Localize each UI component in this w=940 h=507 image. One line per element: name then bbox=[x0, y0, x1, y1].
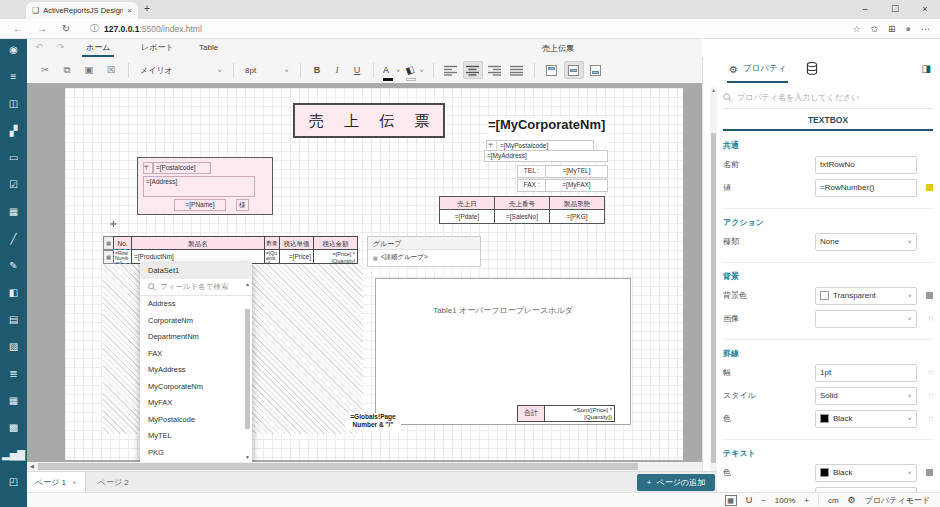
table-grid-tool-icon[interactable]: ▦ bbox=[5, 204, 22, 220]
align-left-button[interactable] bbox=[441, 61, 461, 79]
zoom-in-button[interactable]: + bbox=[804, 496, 809, 505]
action-type-select[interactable]: None∨ bbox=[815, 233, 917, 251]
field-item[interactable]: MyCorporateNm bbox=[140, 379, 252, 396]
tab-table[interactable]: Table bbox=[195, 39, 222, 57]
sales-value-cell[interactable]: =[Pdate] bbox=[439, 209, 495, 224]
chart-tool-icon[interactable]: ▂▅▇ bbox=[5, 447, 22, 463]
detail-header-cell[interactable]: 製品名 bbox=[131, 236, 265, 250]
align-justify-button[interactable] bbox=[507, 61, 527, 79]
page-tab-2[interactable]: ページ 2 bbox=[86, 472, 141, 492]
border-color-select[interactable]: Black∨ bbox=[815, 410, 917, 428]
field-item[interactable]: MyFAX bbox=[140, 395, 252, 412]
field-list-scrollbar[interactable]: ▲ ▼ bbox=[244, 281, 251, 460]
background-color-select[interactable]: Transparent∨ bbox=[815, 287, 917, 305]
border-style-select[interactable]: Solid∨ bbox=[815, 387, 917, 405]
total-value-cell[interactable]: =Sum([Price] * [Quantity]) bbox=[545, 405, 615, 422]
bandedlist-tool-icon[interactable]: ◧ bbox=[5, 285, 22, 301]
field-item[interactable]: Address bbox=[140, 296, 252, 313]
field-item[interactable]: FAX bbox=[140, 346, 252, 363]
paste-icon[interactable]: ▣ bbox=[79, 61, 99, 79]
textbox-tool-icon[interactable]: ▭ bbox=[5, 150, 22, 166]
field-item[interactable]: CorporateNm bbox=[140, 313, 252, 330]
gear-icon[interactable]: ⚙ bbox=[848, 495, 856, 505]
report-explorer-icon[interactable]: ◫ bbox=[5, 96, 22, 112]
checkbox-tool-icon[interactable]: ☑ bbox=[5, 177, 22, 193]
grid-toggle-icon[interactable]: ▦ bbox=[725, 495, 737, 506]
color-options-icon[interactable] bbox=[926, 469, 933, 476]
value-input[interactable]: =RowNumber() bbox=[815, 179, 917, 197]
amount-cell[interactable]: =[Price] * [Quantity] bbox=[313, 249, 358, 264]
sales-info-table[interactable]: 売上日 売上番号 製品形態 =[Pdate] =[SalesNo] =[PKG] bbox=[440, 196, 608, 224]
property-search-input[interactable]: プロパティ名を入力してください bbox=[723, 87, 933, 109]
total-row[interactable]: 合計 =Sum([Price] * [Quantity]) bbox=[517, 405, 615, 422]
expand-icon[interactable]: ∷ bbox=[917, 369, 933, 377]
browser-menu-icon[interactable]: ⋯ bbox=[921, 24, 930, 34]
canvas-hscrollbar[interactable]: ◀ ▶ bbox=[27, 462, 712, 471]
units-tool-icon[interactable]: U bbox=[746, 495, 753, 505]
tab-data[interactable] bbox=[806, 61, 818, 79]
line-tool-icon[interactable]: ╱ bbox=[5, 231, 22, 247]
postalcode-field[interactable]: =[Postalcode] bbox=[153, 162, 211, 174]
richtext-tool-icon[interactable]: ▤ bbox=[5, 312, 22, 328]
add-page-button[interactable]: + ページの追加 bbox=[637, 474, 715, 491]
forward-icon[interactable]: → bbox=[30, 23, 54, 34]
sales-value-cell[interactable]: =[SalesNo] bbox=[494, 209, 550, 224]
underline-button[interactable]: U bbox=[348, 61, 366, 79]
page-tab-1[interactable]: ページ 1 × bbox=[27, 472, 86, 492]
text-color-select[interactable]: Black∨ bbox=[815, 464, 917, 482]
expand-icon[interactable]: ∷ bbox=[917, 315, 933, 323]
border-width-input[interactable]: 1pt bbox=[815, 364, 917, 382]
detail-group-item[interactable]: ▦ <詳細グループ> bbox=[368, 250, 480, 265]
layers-icon[interactable]: ◰ bbox=[5, 474, 22, 490]
property-mode-label[interactable]: プロパティモード bbox=[865, 495, 930, 506]
rowno-cell-selected[interactable]: =RowNumber() bbox=[113, 249, 132, 264]
zoom-level[interactable]: 100% bbox=[775, 496, 795, 505]
copy-icon[interactable]: ⧉ bbox=[57, 61, 77, 79]
collapse-panel-icon[interactable]: ◨ bbox=[922, 63, 931, 74]
detail-header-cell[interactable]: 税込金額 bbox=[313, 236, 358, 250]
detail-table[interactable]: ▦ No. 製品名 数量 税込単価 税込金額 ▦ =RowNumber() =[… bbox=[103, 236, 358, 264]
align-right-button[interactable] bbox=[485, 61, 505, 79]
expression-button[interactable] bbox=[926, 184, 933, 191]
page-number-textbox[interactable]: =Globals!Page Number & "/" bbox=[345, 413, 401, 431]
delete-icon[interactable]: ☒ bbox=[101, 61, 121, 79]
image-tool-icon[interactable]: ▨ bbox=[5, 339, 22, 355]
expand-icon[interactable]: ∷ bbox=[917, 415, 933, 423]
collections-icon[interactable]: ⊞ bbox=[888, 24, 896, 34]
price-cell[interactable]: =[Price] bbox=[279, 249, 314, 264]
favorite-icon[interactable]: ☆ bbox=[852, 24, 860, 34]
valign-top-button[interactable] bbox=[542, 61, 562, 79]
detail-header-cell[interactable]: No. bbox=[113, 236, 132, 250]
field-item[interactable]: MyPostalcode bbox=[140, 412, 252, 429]
group-editing-icon[interactable]: ▞ bbox=[5, 123, 22, 139]
customer-address-block[interactable]: 〒=[Postalcode] =[Address] =[PName] 様 bbox=[137, 157, 273, 215]
table-tool-icon[interactable]: ▦ bbox=[5, 393, 22, 409]
site-info-icon[interactable]: ⓘ bbox=[90, 22, 99, 35]
name-input[interactable]: txtRowNo bbox=[815, 156, 917, 174]
overflow-placeholder[interactable]: Table1 オーバーフロープレースホルダ bbox=[375, 278, 631, 425]
quantity-cell[interactable]: =[Quantity] bbox=[264, 249, 280, 264]
address-field[interactable]: =[Address] bbox=[143, 176, 255, 197]
panel-scrollbar[interactable]: ▲ ▼ bbox=[710, 87, 717, 493]
valign-middle-button[interactable] bbox=[564, 61, 584, 79]
field-search-input[interactable]: フィールド名で検索 bbox=[140, 279, 252, 296]
table-move-handle[interactable]: ✛ bbox=[110, 220, 117, 229]
align-center-button[interactable] bbox=[463, 61, 483, 79]
field-item[interactable]: DepartmentNm bbox=[140, 329, 252, 346]
dataset-header[interactable]: DataSet1 bbox=[140, 263, 252, 279]
profile-avatar[interactable]: ● bbox=[906, 24, 911, 34]
total-label-cell[interactable]: 合計 bbox=[517, 405, 545, 422]
designer-logo-icon[interactable]: ◉ bbox=[5, 42, 22, 58]
field-item[interactable]: MyTEL bbox=[140, 428, 252, 445]
field-item[interactable]: MyAddress bbox=[140, 362, 252, 379]
sales-value-cell[interactable]: =[PKG] bbox=[549, 209, 605, 224]
undo-icon[interactable]: ↶ bbox=[35, 42, 43, 52]
shape-tool-icon[interactable]: ✎ bbox=[5, 258, 22, 274]
tel-row[interactable]: TEL : =[MyTEL] bbox=[517, 165, 608, 178]
font-color-button[interactable]: A ∨ bbox=[383, 59, 400, 81]
detail-header-cell[interactable]: 数量 bbox=[264, 236, 280, 250]
font-family-select[interactable]: メイリオ∨ bbox=[136, 61, 226, 79]
list-tool-icon[interactable]: ≣ bbox=[5, 366, 22, 382]
report-title-textbox[interactable]: 売 上 伝 票 bbox=[293, 103, 445, 138]
design-canvas[interactable]: 売 上 伝 票 〒=[Postalcode] =[Address] =[PNam… bbox=[27, 83, 702, 462]
